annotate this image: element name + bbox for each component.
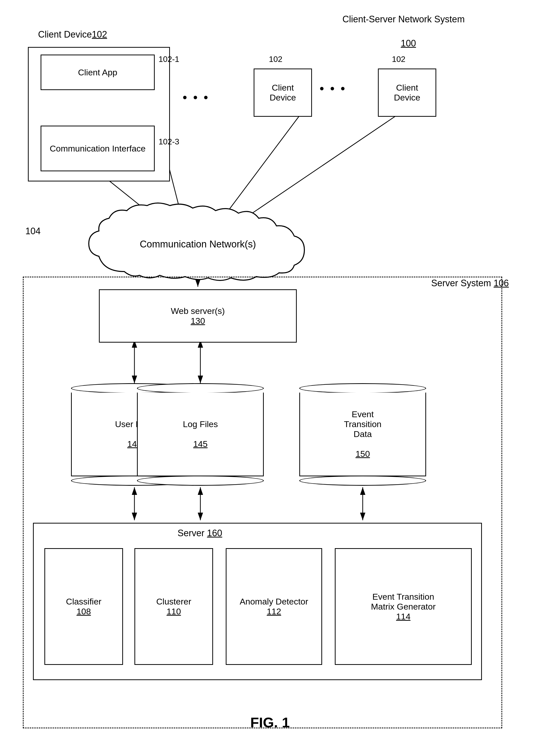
log-files-cylinder: Log Files 145 bbox=[137, 383, 264, 487]
client-app-ref-label: 102-1 bbox=[159, 55, 179, 64]
client-server-network-label: Client-Server Network System bbox=[342, 14, 465, 25]
event-transition-matrix-box: Event TransitionMatrix Generator 114 bbox=[335, 548, 472, 665]
fig-caption: FIG. 1 bbox=[0, 714, 540, 731]
server-label: Server 160 bbox=[178, 528, 222, 538]
dots-1: • • • bbox=[183, 90, 209, 105]
client-device-middle-ref: 102 bbox=[269, 55, 282, 64]
client-server-network-ref: 100 bbox=[401, 38, 416, 49]
server-system-label: Server System 106 bbox=[431, 278, 509, 289]
event-transition-data-cylinder: EventTransitionData 150 bbox=[299, 383, 426, 487]
anomaly-detector-box: Anomaly Detector 112 bbox=[226, 548, 322, 665]
client-device-main-label: Client Device102 bbox=[38, 29, 107, 40]
classifier-box: Classifier 108 bbox=[44, 548, 123, 665]
comm-network-cloud: Communication Network(s) bbox=[84, 201, 312, 288]
web-servers-box: Web server(s) 130 bbox=[99, 289, 297, 343]
client-app-box: Client App bbox=[41, 55, 155, 90]
client-device-right-ref: 102 bbox=[392, 55, 405, 64]
comm-interface-box: Communication Interface bbox=[41, 126, 155, 171]
comm-interface-ref-label: 102-3 bbox=[159, 137, 179, 146]
svg-text:Communication Network(s): Communication Network(s) bbox=[140, 239, 256, 249]
clusterer-box: Clusterer 110 bbox=[134, 548, 213, 665]
client-server-network-text: Client-Server Network System bbox=[342, 14, 465, 24]
network-ref-label: 104 bbox=[25, 226, 41, 236]
client-device-right-box: ClientDevice bbox=[378, 69, 436, 117]
dots-2: • • • bbox=[320, 81, 346, 96]
client-device-middle-box: ClientDevice bbox=[254, 69, 312, 117]
